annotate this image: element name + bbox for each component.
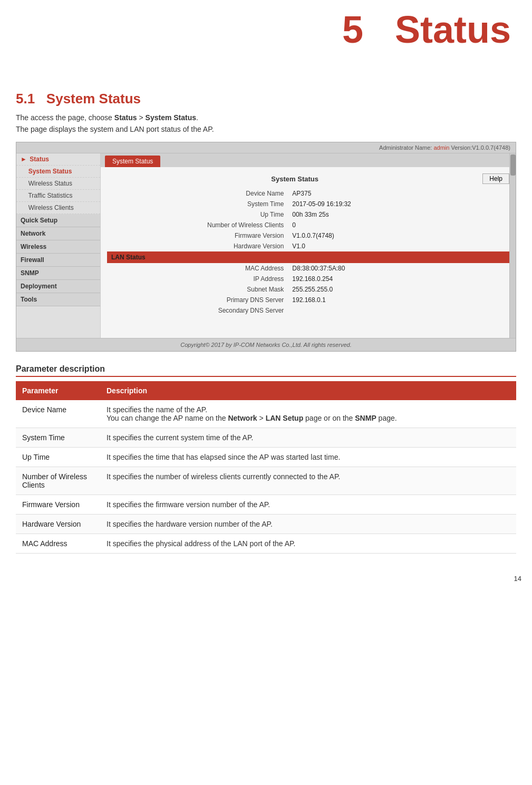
page-header: 5 Status <box>0 0 532 49</box>
table-row: System Time 2017-05-09 16:19:32 <box>107 199 509 209</box>
ui-sidebar: ► Status System Status Wireless Status T… <box>16 153 101 338</box>
field-value: 00h 33m 25s <box>288 209 509 220</box>
field-label: IP Address <box>107 274 288 284</box>
ui-main-panel: System Status System Status Help Device … <box>101 153 516 338</box>
table-row: Device Name AP375 <box>107 188 509 199</box>
param-desc: It specifies the hardware version number… <box>100 515 516 534</box>
param-name: Number of Wireless Clients <box>16 467 100 495</box>
section-title: System Status <box>46 91 141 106</box>
field-label: MAC Address <box>107 263 288 274</box>
param-name: System Time <box>16 428 100 448</box>
desc-col-header: Description <box>100 381 516 400</box>
param-row-system-time: System Time It specifies the current sys… <box>16 428 516 448</box>
sidebar-item-network[interactable]: Network <box>16 227 100 240</box>
chapter-number: 5 <box>342 8 363 51</box>
field-label: Firmware Version <box>107 230 288 241</box>
field-value: 192.168.0.1 <box>288 295 509 305</box>
table-row: IP Address 192.168.0.254 <box>107 274 509 284</box>
field-label: System Time <box>107 199 288 209</box>
intro-text-2: The page displays the system and LAN por… <box>16 125 516 133</box>
param-row-wireless-clients: Number of Wireless Clients It specifies … <box>16 467 516 495</box>
param-name: Up Time <box>16 448 100 467</box>
param-desc: It specifies the firmware version number… <box>100 495 516 515</box>
param-name: Firmware Version <box>16 495 100 515</box>
param-desc: It specifies the physical address of the… <box>100 534 516 554</box>
field-label: Secondary DNS Server <box>107 305 288 316</box>
sidebar-item-wireless[interactable]: Wireless <box>16 240 100 254</box>
field-value: 255.255.255.0 <box>288 284 509 295</box>
main-content: 5.1 System Status The access the page, c… <box>0 49 532 569</box>
arrow-icon: ► <box>21 156 27 163</box>
section-number: 5.1 <box>16 91 35 106</box>
topbar-text: Administrator Name: <box>379 144 432 151</box>
ui-topbar: Administrator Name: admin Version:V1.0.0… <box>16 142 516 153</box>
param-name: Hardware Version <box>16 515 100 534</box>
sidebar-item-snmp[interactable]: SNMP <box>16 267 100 280</box>
system-status-table: Device Name AP375 System Time 2017-05-09… <box>107 188 509 332</box>
param-row-device-name: Device Name It specifies the name of the… <box>16 400 516 428</box>
field-value: 2017-05-09 16:19:32 <box>288 199 509 209</box>
ui-tab-bar: System Status <box>101 153 516 167</box>
chapter-label: Status <box>395 8 511 51</box>
section-heading: 5.1 System Status <box>16 91 516 107</box>
param-col-header: Parameter <box>16 381 100 400</box>
topbar-version: Version:V1.0.0.7(4748) <box>451 144 510 151</box>
system-status-label: System Status <box>107 175 482 183</box>
field-value: 192.168.0.254 <box>288 274 509 284</box>
sidebar-item-quick-setup[interactable]: Quick Setup <box>16 214 100 227</box>
param-name: MAC Address <box>16 534 100 554</box>
table-row: Secondary DNS Server <box>107 305 509 316</box>
field-label: Subnet Mask <box>107 284 288 295</box>
table-row: Firmware Version V1.0.0.7(4748) <box>107 230 509 241</box>
sidebar-item-wireless-clients[interactable]: Wireless Clients <box>16 202 100 214</box>
param-desc: It specifies the time that has elapsed s… <box>100 448 516 467</box>
lan-status-label: LAN Status <box>107 251 509 263</box>
intro-text-1: The access the page, choose Status > Sys… <box>16 113 516 122</box>
scrollbar[interactable] <box>509 153 516 338</box>
field-label: Up Time <box>107 209 288 220</box>
table-row: Up Time 00h 33m 25s <box>107 209 509 220</box>
chapter-title: 5 Status <box>0 5 521 49</box>
field-value <box>288 305 509 316</box>
param-row-up-time: Up Time It specifies the time that has e… <box>16 448 516 467</box>
field-value: V1.0.0.7(4748) <box>288 230 509 241</box>
sidebar-item-tools[interactable]: Tools <box>16 293 100 306</box>
system-status-tab[interactable]: System Status <box>105 156 160 167</box>
field-value: AP375 <box>288 188 509 199</box>
field-label: Hardware Version <box>107 241 288 251</box>
param-row-hardware: Hardware Version It specifies the hardwa… <box>16 515 516 534</box>
field-label: Number of Wireless Clients <box>107 220 288 230</box>
field-label: Device Name <box>107 188 288 199</box>
param-desc: It specifies the current system time of … <box>100 428 516 448</box>
sidebar-item-firewall[interactable]: Firewall <box>16 254 100 267</box>
ui-content-area: System Status Help Device Name AP375 Sys… <box>101 167 516 338</box>
ui-footer: Copyright© 2017 by IP-COM Networks Co.,L… <box>16 338 516 351</box>
field-value: D8:38:00:37:5A:80 <box>288 263 509 274</box>
param-section-title: Parameter description <box>16 364 516 377</box>
param-row-mac: MAC Address It specifies the physical ad… <box>16 534 516 554</box>
field-value: V1.0 <box>288 241 509 251</box>
ui-body: ► Status System Status Wireless Status T… <box>16 153 516 338</box>
ui-screenshot: Administrator Name: admin Version:V1.0.0… <box>16 142 516 352</box>
topbar-user[interactable]: admin <box>433 144 449 151</box>
sidebar-item-status[interactable]: ► Status <box>16 153 100 166</box>
param-row-firmware: Firmware Version It specifies the firmwa… <box>16 495 516 515</box>
status-help-row: System Status Help <box>107 173 509 184</box>
sidebar-item-wireless-status[interactable]: Wireless Status <box>16 178 100 190</box>
lan-status-header: LAN Status <box>107 251 509 263</box>
field-value: 0 <box>288 220 509 230</box>
scrollbar-thumb[interactable] <box>510 154 516 176</box>
param-name: Device Name <box>16 400 100 428</box>
param-table: Parameter Description Device Name It spe… <box>16 381 516 554</box>
sidebar-item-system-status[interactable]: System Status <box>16 166 100 178</box>
table-row: Primary DNS Server 192.168.0.1 <box>107 295 509 305</box>
table-row: Hardware Version V1.0 <box>107 241 509 251</box>
sidebar-item-traffic-statistics[interactable]: Traffic Statistics <box>16 190 100 202</box>
footer-text: Copyright© 2017 by IP-COM Networks Co.,L… <box>180 342 351 348</box>
help-button[interactable]: Help <box>482 173 509 184</box>
table-row: Number of Wireless Clients 0 <box>107 220 509 230</box>
table-row: Subnet Mask 255.255.255.0 <box>107 284 509 295</box>
sidebar-item-deployment[interactable]: Deployment <box>16 280 100 293</box>
param-table-header: Parameter Description <box>16 381 516 400</box>
field-label: Primary DNS Server <box>107 295 288 305</box>
